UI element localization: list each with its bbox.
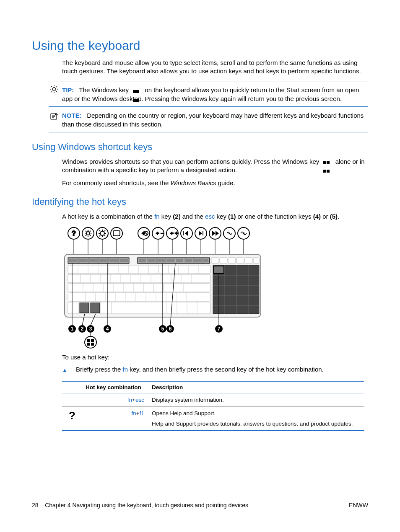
page-number: 28: [32, 502, 39, 509]
svg-rect-188: [91, 343, 94, 346]
svg-point-184: [85, 336, 96, 348]
svg-rect-187: [87, 343, 90, 346]
note-text: Depending on the country or region, your…: [62, 112, 364, 128]
lightbulb-icon: [49, 85, 60, 94]
svg-rect-85: [211, 258, 219, 263]
svg-rect-91: [68, 265, 210, 274]
svg-rect-49: [203, 231, 203, 235]
svg-line-7: [56, 86, 57, 87]
tip-text-before: The Windows key: [79, 86, 129, 93]
svg-line-5: [51, 86, 52, 87]
svg-rect-87: [228, 258, 236, 263]
table-cell-desc: Displays system information.: [152, 393, 364, 407]
note-icon: [49, 112, 60, 121]
section-shortcut-title: Using Windows shortcut keys: [32, 142, 368, 152]
svg-line-26: [90, 231, 91, 232]
tip-callout: TIP: The Windows key on the keyboard all…: [49, 82, 368, 107]
shortcut-p1: Windows provides shortcuts so that you c…: [62, 158, 368, 175]
table-cell-desc: Opens Help and Support. Help and Support…: [152, 407, 364, 431]
svg-rect-72: [99, 258, 108, 263]
svg-rect-80: [166, 258, 174, 263]
triangle-bullet-icon: ▲: [62, 367, 68, 374]
svg-rect-69: [69, 258, 78, 263]
svg-line-25: [86, 235, 86, 236]
svg-text:+: +: [175, 230, 178, 236]
svg-rect-71: [89, 258, 98, 263]
page-title: Using the keyboard: [32, 39, 368, 53]
svg-rect-86: [220, 258, 227, 263]
table-header-combo: Hot key combination: [86, 381, 152, 393]
svg-text:2: 2: [81, 326, 84, 332]
svg-rect-152: [91, 303, 100, 313]
svg-point-28: [100, 231, 104, 235]
svg-rect-88: [236, 258, 244, 263]
svg-rect-74: [119, 258, 128, 263]
hotkeys-sentence: A hot key is a combination of the fn key…: [62, 212, 368, 221]
svg-line-33: [99, 230, 100, 231]
svg-rect-95: [68, 302, 210, 314]
hotkeys-table: Hot key combination Description fn+esc D…: [62, 381, 364, 431]
svg-point-18: [86, 232, 90, 235]
svg-rect-70: [79, 258, 88, 263]
table-row: fn+esc Displays system information.: [62, 393, 364, 407]
section-hotkeys-title: Identifying the hot keys: [32, 196, 368, 207]
table-row: ? fn+f1 Opens Help and Support. Help and…: [62, 407, 364, 431]
windows-key-icon: [323, 158, 331, 166]
svg-point-54: [243, 233, 244, 234]
svg-line-24: [90, 235, 91, 236]
shortcut-p1-before: Windows provides shortcuts so that you c…: [62, 158, 319, 165]
svg-text:3: 3: [89, 326, 92, 332]
tip-label: TIP:: [62, 86, 74, 93]
svg-rect-89: [245, 258, 252, 263]
page-footer: 28 Chapter 4 Navigating using the keyboa…: [32, 502, 368, 509]
svg-text:5: 5: [161, 326, 164, 332]
svg-point-17: [82, 227, 94, 239]
svg-text:?: ?: [72, 230, 76, 237]
chapter-title: Chapter 4 Navigating using the keyboard,…: [45, 502, 248, 509]
intro-paragraph: The keyboard and mouse allow you to type…: [62, 59, 368, 76]
svg-text:1: 1: [71, 326, 74, 332]
svg-text:4: 4: [106, 326, 109, 332]
svg-rect-77: [138, 258, 147, 263]
svg-rect-83: [194, 258, 202, 263]
svg-text:7: 7: [218, 326, 221, 332]
svg-rect-151: [80, 303, 89, 313]
svg-rect-84: [203, 258, 209, 263]
to-use-label: To use a hot key:: [62, 353, 368, 362]
svg-rect-90: [253, 258, 259, 263]
svg-line-36: [104, 230, 105, 231]
svg-rect-154: [214, 266, 224, 274]
svg-line-35: [99, 235, 100, 236]
svg-point-37: [111, 227, 122, 239]
svg-rect-81: [175, 258, 184, 263]
svg-point-52: [229, 233, 230, 234]
svg-rect-94: [68, 293, 210, 301]
note-callout: NOTE: Depending on the country or region…: [49, 109, 368, 132]
svg-line-8: [51, 91, 52, 92]
svg-text:−: −: [161, 230, 164, 236]
table-header-desc: Description: [152, 381, 364, 393]
svg-point-0: [52, 88, 56, 91]
svg-rect-186: [91, 339, 94, 342]
svg-line-34: [104, 235, 105, 236]
svg-rect-38: [113, 231, 120, 236]
svg-point-27: [96, 227, 108, 239]
help-icon: ?: [69, 410, 75, 421]
note-label: NOTE:: [62, 112, 82, 119]
svg-line-6: [56, 91, 57, 92]
svg-rect-82: [184, 258, 193, 263]
svg-rect-73: [109, 258, 118, 263]
svg-rect-78: [148, 258, 156, 263]
svg-rect-79: [157, 258, 165, 263]
shortcut-p2: For commonly used shortcuts, see the Win…: [62, 179, 368, 187]
svg-text:6: 6: [169, 326, 172, 332]
svg-rect-92: [68, 274, 210, 283]
windows-key-icon: [133, 87, 140, 94]
svg-rect-185: [87, 339, 90, 342]
hotkey-step: ▲ Briefly press the fn key, and then bri…: [62, 366, 368, 374]
keyboard-diagram: ? − +: [62, 225, 368, 351]
svg-rect-47: [183, 231, 184, 235]
svg-rect-93: [68, 284, 210, 292]
footer-right: ENWW: [349, 502, 368, 509]
svg-line-23: [86, 231, 86, 232]
